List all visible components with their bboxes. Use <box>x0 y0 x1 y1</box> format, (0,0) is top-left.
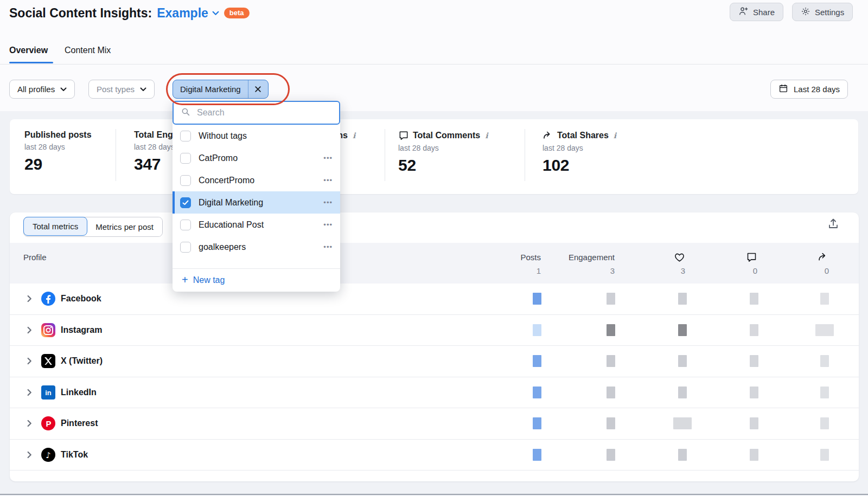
tag-search-box[interactable] <box>173 101 340 125</box>
metric-value-placeholder <box>750 387 758 398</box>
chevron-right-icon[interactable] <box>27 326 32 334</box>
metrics-card: Published postslast 28 days29Total Engag… <box>10 119 858 194</box>
metric-subtitle: last 28 days <box>542 144 616 152</box>
tag-option-menu-icon[interactable]: ••• <box>323 221 333 229</box>
tag-option-label: Without tags <box>199 131 333 141</box>
metric-card-total-comments: Total Commentsilast 28 days52 <box>398 130 488 175</box>
chevron-right-icon[interactable] <box>27 295 32 302</box>
search-icon <box>181 107 190 119</box>
tag-option-without-tags[interactable]: Without tags <box>173 125 340 147</box>
metric-card-total-shares: Total Sharesilast 28 days102 <box>542 130 616 175</box>
metric-value-placeholder <box>673 417 692 429</box>
metric-value-placeholder <box>607 417 615 429</box>
table-row-instagram[interactable]: Instagram <box>10 315 859 346</box>
metric-divider <box>385 129 385 181</box>
checkbox-icon[interactable] <box>180 131 191 141</box>
metric-value-placeholder <box>607 355 615 367</box>
date-range-label: Last 28 days <box>794 85 840 94</box>
tab-overview[interactable]: Overview <box>9 46 48 55</box>
tab-content-mix[interactable]: Content Mix <box>65 46 111 55</box>
table-row-pinterest[interactable]: PPinterest <box>10 408 859 440</box>
remove-tag-filter-button[interactable] <box>248 80 268 98</box>
table-row-x-twitter[interactable]: X (Twitter) <box>10 346 859 377</box>
tag-option-educational-post[interactable]: Educational Post••• <box>173 214 340 236</box>
tag-option-label: Educational Post <box>199 220 316 230</box>
share-button[interactable]: Share <box>730 3 783 21</box>
metric-value-placeholder <box>678 324 687 336</box>
metric-divider <box>116 129 116 181</box>
tag-option-digital-marketing[interactable]: Digital Marketing••• <box>173 191 340 214</box>
share-icon <box>758 250 829 263</box>
project-selector[interactable]: Example <box>157 6 219 21</box>
window-bottom-edge <box>0 494 868 495</box>
metric-title-text: Total Shares <box>557 131 609 140</box>
info-icon[interactable]: i <box>485 131 488 140</box>
info-icon[interactable]: i <box>353 131 355 140</box>
metric-value-placeholder <box>750 449 758 461</box>
tag-filter-chip[interactable]: Digital Marketing <box>173 80 269 99</box>
social-content-insights-app: Social Content Insights: Example beta Sh… <box>0 0 868 496</box>
checkbox-icon[interactable] <box>180 242 191 253</box>
table-header-row: Profile Posts1Engagement3300 <box>10 243 859 284</box>
profile-name: Pinterest <box>61 418 98 428</box>
chevron-down-icon <box>140 87 146 92</box>
tag-search-input[interactable] <box>196 107 332 118</box>
tag-option-menu-icon[interactable]: ••• <box>323 154 333 162</box>
checkbox-icon[interactable] <box>180 175 191 186</box>
profiles-filter-label: All profiles <box>17 85 55 94</box>
new-tag-button[interactable]: + New tag <box>173 269 340 292</box>
metric-value-placeholder <box>820 417 829 429</box>
tiktok-icon: ♪ <box>41 448 55 462</box>
column-header-posts: Posts1 <box>470 250 541 275</box>
tag-filter-chip-label: Digital Marketing <box>173 80 248 98</box>
metric-value: 102 <box>542 156 616 175</box>
metric-value-placeholder <box>533 293 541 305</box>
chevron-right-icon[interactable] <box>27 451 32 459</box>
chevron-right-icon[interactable] <box>27 420 32 427</box>
table-row-tiktok[interactable]: ♪TikTok <box>10 440 859 471</box>
post-types-filter-label: Post types <box>97 85 135 94</box>
info-icon[interactable]: i <box>614 131 616 140</box>
profiles-filter-button[interactable]: All profiles <box>9 80 75 99</box>
profile-name: Facebook <box>61 294 101 304</box>
chevron-right-icon[interactable] <box>27 389 32 396</box>
new-tag-label: New tag <box>193 275 225 285</box>
column-label: Engagement <box>544 250 615 263</box>
checkbox-icon[interactable] <box>180 220 191 230</box>
checkbox-icon[interactable] <box>180 153 191 164</box>
column-total-value: 0 <box>758 266 829 275</box>
metric-value: 29 <box>24 155 92 173</box>
segment-metrics-per-post[interactable]: Metrics per post <box>87 217 162 236</box>
segment-total-metrics[interactable]: Total metrics <box>23 217 87 236</box>
tag-option-menu-icon[interactable]: ••• <box>323 176 333 184</box>
tag-option-menu-icon[interactable]: ••• <box>323 243 333 251</box>
metric-value-placeholder <box>750 355 758 367</box>
post-types-filter-button[interactable]: Post types <box>88 80 155 99</box>
tag-filter-dropdown: Without tagsCatPromo•••ConcertPromo•••Di… <box>173 101 340 292</box>
profile-name: Instagram <box>61 325 102 335</box>
profile-name: TikTok <box>61 450 88 460</box>
chevron-right-icon[interactable] <box>27 357 32 365</box>
export-button[interactable] <box>825 216 841 232</box>
table-row-linkedin[interactable]: inLinkedIn <box>10 377 859 409</box>
table-row-facebook[interactable]: Facebook <box>10 284 859 315</box>
metric-divider <box>525 129 525 181</box>
metric-title: Published posts <box>24 130 92 140</box>
checkbox-checked-icon[interactable] <box>180 197 191 208</box>
tag-option-goalkeepers[interactable]: goalkeepers••• <box>173 236 340 258</box>
column-total-value: 0 <box>687 266 757 275</box>
x-icon <box>41 354 55 368</box>
metric-title: Total Commentsi <box>398 130 488 141</box>
tag-option-concertpromo[interactable]: ConcertPromo••• <box>173 169 340 191</box>
tag-option-catpromo[interactable]: CatPromo••• <box>173 147 340 169</box>
metrics-mode-toggle: Total metricsMetrics per post <box>23 217 163 237</box>
tag-option-menu-icon[interactable]: ••• <box>323 198 333 207</box>
metric-value-placeholder <box>533 324 541 336</box>
date-range-button[interactable]: Last 28 days <box>770 80 848 99</box>
metric-value-placeholder <box>750 324 758 336</box>
metric-value-placeholder <box>678 355 687 367</box>
metric-value-placeholder <box>820 387 829 398</box>
metric-value-placeholder <box>750 417 758 429</box>
settings-button[interactable]: Settings <box>792 3 853 21</box>
gear-icon <box>801 7 810 18</box>
